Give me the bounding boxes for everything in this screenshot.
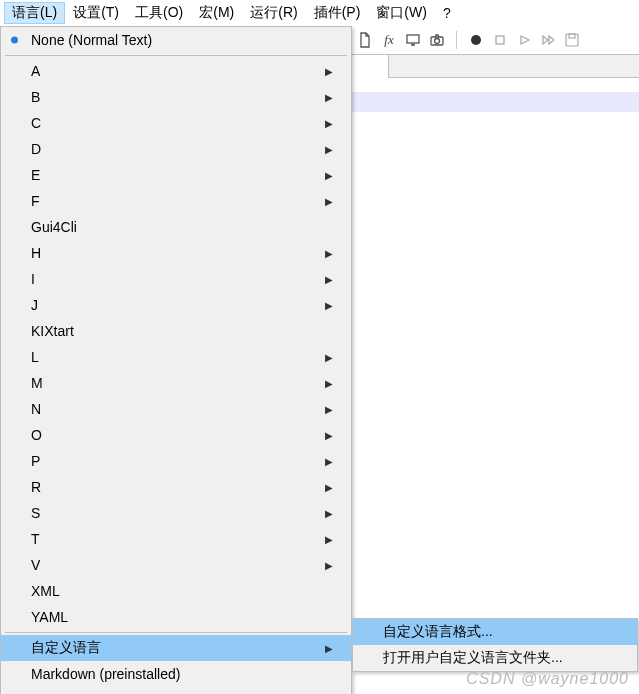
toolbar-separator (456, 31, 457, 49)
tab-strip (352, 54, 639, 78)
language-menu-item[interactable]: P▶ (1, 448, 351, 474)
current-line-highlight (352, 92, 639, 112)
language-menu-item[interactable]: V▶ (1, 552, 351, 578)
submenu-arrow-icon: ▶ (325, 118, 333, 129)
svg-rect-5 (566, 34, 578, 46)
camera-icon[interactable] (428, 31, 446, 49)
language-menu-item[interactable]: B▶ (1, 84, 351, 110)
menu-item-label: J (31, 297, 38, 313)
language-menu-item[interactable]: YAML (1, 604, 351, 630)
submenu-arrow-icon: ▶ (325, 508, 333, 519)
submenu-arrow-icon: ▶ (325, 92, 333, 103)
submenu-item[interactable]: 打开用户自定义语言文件夹... (353, 645, 637, 671)
menu-item-label: S (31, 505, 40, 521)
submenu-arrow-icon: ▶ (325, 66, 333, 77)
menu-item-label: None (Normal Text) (31, 32, 152, 48)
language-menu-item[interactable]: O▶ (1, 422, 351, 448)
editor-area (352, 78, 639, 694)
language-menu-item[interactable]: Gui4Cli (1, 214, 351, 240)
language-menu-item[interactable]: D▶ (1, 136, 351, 162)
language-menu-item[interactable]: L▶ (1, 344, 351, 370)
menu-item-label: T (31, 531, 40, 547)
stop-icon[interactable] (491, 31, 509, 49)
menu-6[interactable]: 窗口(W) (368, 2, 435, 24)
language-menu-item[interactable]: XML (1, 578, 351, 604)
language-menu-item[interactable]: Markdown (preinstalled dark mode) (1, 687, 351, 694)
menu-4[interactable]: 运行(R) (242, 2, 305, 24)
language-menu-item[interactable]: S▶ (1, 500, 351, 526)
menu-item-label: E (31, 167, 40, 183)
ff-icon[interactable] (539, 31, 557, 49)
menu-item-label: XML (31, 583, 60, 599)
file-icon[interactable] (356, 31, 374, 49)
menu-item-label: I (31, 271, 35, 287)
menubar: 语言(L)设置(T)工具(O)宏(M)运行(R)插件(P)窗口(W)? (0, 0, 639, 26)
monitor-icon[interactable] (404, 31, 422, 49)
menu-item-label: O (31, 427, 42, 443)
svg-rect-6 (569, 34, 575, 38)
submenu-arrow-icon: ▶ (325, 404, 333, 415)
language-menu-item[interactable]: None (Normal Text) (1, 27, 351, 53)
menu-item-label: H (31, 245, 41, 261)
submenu-item[interactable]: 自定义语言格式... (353, 619, 637, 645)
language-menu-item[interactable]: Markdown (preinstalled) (1, 661, 351, 687)
language-menu-item[interactable]: J▶ (1, 292, 351, 318)
submenu-arrow-icon: ▶ (325, 482, 333, 493)
menu-1[interactable]: 设置(T) (65, 2, 127, 24)
submenu-arrow-icon: ▶ (325, 170, 333, 181)
submenu-arrow-icon: ▶ (325, 248, 333, 259)
menu-item-label: M (31, 375, 43, 391)
language-menu-item[interactable]: KIXtart (1, 318, 351, 344)
submenu-arrow-icon: ▶ (325, 196, 333, 207)
language-menu-item[interactable]: F▶ (1, 188, 351, 214)
menu-3[interactable]: 宏(M) (191, 2, 242, 24)
language-menu-item[interactable]: C▶ (1, 110, 351, 136)
menu-item-label: Markdown (preinstalled) (31, 666, 180, 682)
menu-item-label: R (31, 479, 41, 495)
language-menu-item[interactable]: H▶ (1, 240, 351, 266)
language-menu-item[interactable]: 自定义语言▶ (1, 635, 351, 661)
svg-point-3 (471, 35, 481, 45)
menu-5[interactable]: 插件(P) (306, 2, 369, 24)
menu-separator (5, 632, 347, 633)
language-menu-item[interactable]: M▶ (1, 370, 351, 396)
watermark: CSDN @wayne1000 (466, 670, 629, 688)
menu-0[interactable]: 语言(L) (4, 2, 65, 24)
menu-item-label: P (31, 453, 40, 469)
menu-item-label: KIXtart (31, 323, 74, 339)
toolbar: fx (352, 26, 585, 54)
submenu-arrow-icon: ▶ (325, 144, 333, 155)
submenu-arrow-icon: ▶ (325, 643, 333, 654)
play-icon[interactable] (515, 31, 533, 49)
language-menu-item[interactable]: T▶ (1, 526, 351, 552)
menu-2[interactable]: 工具(O) (127, 2, 191, 24)
submenu-arrow-icon: ▶ (325, 560, 333, 571)
language-menu-item[interactable]: R▶ (1, 474, 351, 500)
menu-item-label: B (31, 89, 40, 105)
save-macro-icon[interactable] (563, 31, 581, 49)
submenu-arrow-icon: ▶ (325, 352, 333, 363)
language-menu-item[interactable]: N▶ (1, 396, 351, 422)
language-menu-item[interactable]: I▶ (1, 266, 351, 292)
record-icon[interactable] (467, 31, 485, 49)
menu-item-label: A (31, 63, 40, 79)
language-menu: None (Normal Text)A▶B▶C▶D▶E▶F▶Gui4CliH▶I… (0, 26, 352, 694)
svg-rect-4 (496, 36, 504, 44)
submenu-arrow-icon: ▶ (325, 430, 333, 441)
tab-active[interactable] (352, 55, 389, 79)
language-menu-item[interactable]: A▶ (1, 58, 351, 84)
svg-point-2 (435, 39, 440, 44)
submenu-arrow-icon: ▶ (325, 534, 333, 545)
menu-separator (5, 55, 347, 56)
menu-item-label: L (31, 349, 39, 365)
fx-icon[interactable]: fx (380, 31, 398, 49)
menu-item-label: C (31, 115, 41, 131)
menu-item-label: F (31, 193, 40, 209)
submenu-arrow-icon: ▶ (325, 274, 333, 285)
submenu-arrow-icon: ▶ (325, 378, 333, 389)
menu-7[interactable]: ? (435, 3, 459, 23)
user-defined-language-submenu: 自定义语言格式...打开用户自定义语言文件夹... (352, 618, 638, 672)
menu-item-label: N (31, 401, 41, 417)
language-menu-item[interactable]: E▶ (1, 162, 351, 188)
submenu-item-label: 打开用户自定义语言文件夹... (383, 649, 563, 667)
